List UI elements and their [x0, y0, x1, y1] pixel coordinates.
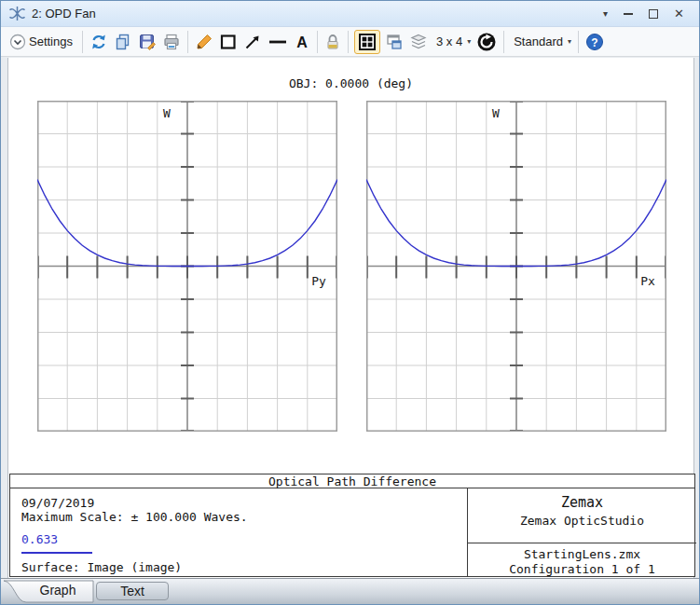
cascade-icon: [385, 33, 404, 51]
opd-fan-py-svg: WPy: [37, 101, 337, 432]
plot-panel-px: WPx: [366, 101, 666, 432]
plot-info-right: Zemax Zemax OpticStudio StartingLens.zmx…: [467, 488, 696, 576]
toolbar-separator: [317, 31, 318, 53]
refresh-icon: [89, 33, 108, 51]
graph-client-area: OBJ: 0.0000 (deg) WPy WPx Optical Path D…: [7, 58, 694, 578]
plot-surface: Surface: Image (image): [21, 560, 182, 574]
lock-icon: [324, 33, 341, 51]
plot-scale: Maximum Scale: ± 100.000 Waves.: [21, 510, 248, 524]
annotate-pencil-button[interactable]: [194, 30, 214, 54]
brand-product: Zemax OpticStudio: [468, 511, 696, 528]
layers-button[interactable]: [408, 30, 429, 54]
toolbar-separator: [82, 31, 83, 53]
help-icon: ?: [585, 33, 604, 51]
arrow-icon: [243, 33, 262, 51]
x-axis-label: Py: [311, 274, 326, 288]
tab-text[interactable]: Text: [96, 582, 169, 600]
display-mode-dropdown-label: Standard: [514, 34, 563, 48]
close-button[interactable]: ✕: [674, 7, 684, 20]
svg-text:A: A: [296, 34, 308, 49]
toolbar-separator: [503, 31, 504, 53]
reset-layout-button[interactable]: [475, 30, 498, 54]
plot-panel-py: WPy: [37, 101, 337, 432]
refresh-button[interactable]: [89, 30, 109, 54]
toolbar-separator: [578, 31, 579, 53]
y-axis-label: W: [492, 106, 500, 120]
window-title: 2: OPD Fan: [32, 7, 96, 21]
display-mode-dropdown[interactable]: Standard▾: [510, 30, 572, 54]
toolbar-separator: [187, 31, 188, 53]
print-button[interactable]: [161, 30, 182, 54]
line-icon: [268, 33, 288, 51]
settings-button[interactable]: Settings: [8, 30, 76, 54]
lens-file-name: StartingLens.zmx: [468, 543, 696, 561]
plot-title: Optical Path Difference: [10, 474, 694, 488]
y-axis-label: W: [163, 106, 171, 120]
pencil-icon: [195, 33, 213, 51]
split-view-button[interactable]: [354, 30, 380, 54]
reset-icon: [476, 32, 497, 52]
copy-icon: [114, 33, 132, 51]
maximize-button[interactable]: [649, 9, 658, 19]
opd-fan-px-svg: WPx: [366, 101, 666, 432]
settings-chevron-icon: [9, 34, 26, 50]
plot-info-left: 09/07/2019 Maximum Scale: ± 100.000 Wave…: [10, 488, 467, 576]
save-icon: [138, 33, 157, 51]
lock-button[interactable]: [323, 30, 342, 54]
annotate-line-button[interactable]: [267, 30, 289, 54]
window-menu-icon[interactable]: ▾: [603, 8, 608, 19]
toolbar: SettingsA3 x 4▾Standard▾?: [1, 27, 699, 57]
field-header: OBJ: 0.0000 (deg): [8, 76, 693, 90]
save-button[interactable]: [137, 30, 158, 54]
toolbar-separator: [348, 31, 349, 53]
title-bar: 2: OPD Fan ▾ ✕: [1, 1, 699, 27]
grid-layout-dropdown-label: 3 x 4: [436, 34, 462, 48]
split4-icon: [358, 33, 377, 51]
tab-bar: Graph Text: [1, 578, 699, 605]
layers-icon: [409, 33, 428, 51]
annotate-arrow-button[interactable]: [242, 30, 263, 54]
window-mode-button[interactable]: [384, 30, 405, 54]
help-button[interactable]: ?: [584, 30, 605, 54]
settings-button-label: Settings: [29, 34, 73, 48]
chevron-down-icon: ▾: [467, 37, 471, 46]
plot-date: 09/07/2019: [21, 496, 94, 510]
rectangle-icon: [219, 33, 238, 51]
configuration-label: Configuration 1 of 1: [468, 561, 696, 576]
wavelength-legend-line: [21, 552, 92, 554]
brand-name: Zemax: [468, 488, 696, 511]
wavelength-value: 0.633: [21, 532, 58, 546]
x-axis-label: Px: [640, 274, 655, 288]
minimize-button[interactable]: [624, 13, 633, 15]
copy-button[interactable]: [113, 30, 133, 54]
svg-text:?: ?: [591, 35, 597, 48]
opd-fan-window: 2: OPD Fan ▾ ✕ SettingsA3 x 4▾Standard▾?…: [0, 0, 700, 605]
print-icon: [162, 33, 181, 51]
annotate-text-button[interactable]: A: [293, 30, 311, 54]
zemax-lens-icon: [8, 6, 26, 21]
grid-layout-dropdown[interactable]: 3 x 4▾: [432, 30, 472, 54]
tab-graph[interactable]: Graph: [29, 583, 87, 598]
text-icon: A: [294, 33, 310, 51]
plot-info-box: Optical Path Difference 09/07/2019 Maxim…: [9, 474, 695, 577]
annotate-rectangle-button[interactable]: [218, 30, 239, 54]
chevron-down-icon: ▾: [568, 37, 571, 46]
